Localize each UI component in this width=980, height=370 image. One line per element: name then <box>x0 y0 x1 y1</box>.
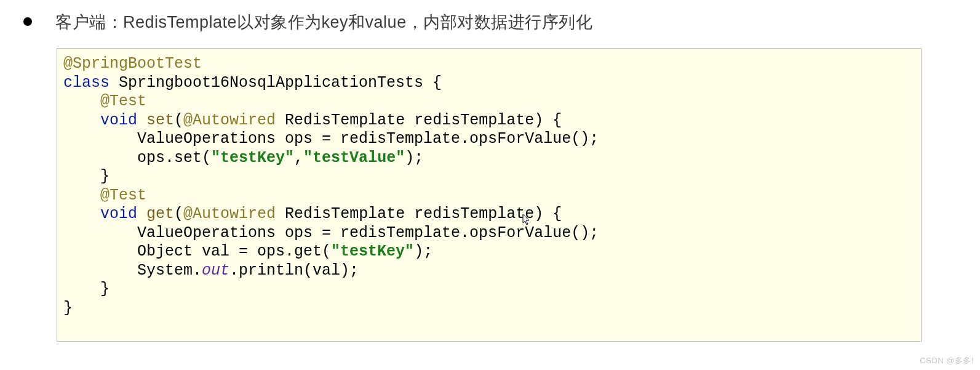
comma: , <box>294 149 303 167</box>
annotation-test: @Test <box>100 92 146 110</box>
annotation-autowired: @Autowired <box>183 111 276 129</box>
code-line: ValueOperations ops = redisTemplate.opsF… <box>137 224 599 242</box>
indent <box>63 92 100 110</box>
code-block: @SpringBootTest class Springboot16NosqlA… <box>57 48 922 342</box>
params: RedisTemplate redisTemplate) { <box>276 205 562 223</box>
indent <box>63 262 137 280</box>
annotation-test: @Test <box>100 187 146 204</box>
code-line: ValueOperations ops = redisTemplate.opsF… <box>137 130 599 148</box>
indent <box>63 280 100 298</box>
params: RedisTemplate redisTemplate) { <box>276 111 562 129</box>
brace: } <box>63 299 73 317</box>
class-decl: Springboot16NosqlApplicationTests { <box>110 74 442 92</box>
semicolon: ); <box>414 243 432 260</box>
keyword-void: void <box>100 111 137 129</box>
paren: ( <box>174 205 183 223</box>
space <box>137 205 146 223</box>
string-literal: "testKey" <box>331 243 414 260</box>
field-out: out <box>202 262 229 280</box>
bullet-text: 客户端：RedisTemplate以对象作为key和value，内部对数据进行序… <box>55 11 592 33</box>
paren: ( <box>174 111 183 129</box>
method-set: set <box>146 111 174 129</box>
indent <box>63 111 100 129</box>
indent <box>63 167 100 185</box>
method-get: get <box>146 205 174 223</box>
string-literal: "testValue" <box>303 149 405 167</box>
indent <box>63 130 137 148</box>
code-line: Object val = ops.get( <box>137 243 331 260</box>
indent <box>63 243 137 260</box>
indent <box>63 205 100 223</box>
indent <box>63 187 100 204</box>
keyword-class: class <box>63 74 110 92</box>
brace: } <box>100 167 110 185</box>
string-literal: "testKey" <box>211 149 294 167</box>
space <box>137 111 146 129</box>
keyword-void: void <box>100 205 137 223</box>
bullet-row: 客户端：RedisTemplate以对象作为key和value，内部对数据进行序… <box>0 0 980 33</box>
watermark: CSDN @多多! <box>920 355 974 366</box>
code-line: ops.set( <box>137 149 211 167</box>
annotation-autowired: @Autowired <box>183 205 276 223</box>
semicolon: ); <box>405 149 423 167</box>
indent <box>63 149 137 167</box>
indent <box>63 224 137 242</box>
code-line: .println(val); <box>229 262 359 280</box>
annotation-springboottest: @SpringBootTest <box>63 55 202 73</box>
bullet-dot-icon <box>23 17 32 26</box>
code-line: System. <box>137 262 202 280</box>
brace: } <box>100 280 110 298</box>
